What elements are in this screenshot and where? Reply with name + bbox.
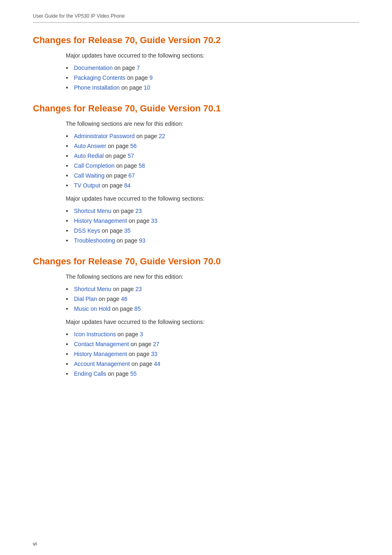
page-number-ref[interactable]: 33: [151, 351, 158, 357]
page-number-ref[interactable]: 44: [154, 361, 161, 367]
page-number-ref[interactable]: 57: [128, 153, 134, 159]
list-item: Troubleshooting on page 93: [66, 237, 359, 244]
page-ref-text: on page: [114, 65, 137, 71]
page-ref-text: on page: [105, 153, 128, 159]
section-701: Changes for Release 70, Guide Version 70…: [33, 103, 359, 244]
page-ref-text: on page: [113, 208, 136, 214]
page-number-ref[interactable]: 10: [144, 84, 150, 91]
page-number-ref[interactable]: 84: [124, 182, 131, 189]
page-ref-text: on page: [108, 370, 131, 377]
page-number-ref[interactable]: 67: [129, 172, 135, 179]
administrator-password-link[interactable]: Administrator Password: [74, 133, 135, 139]
page-number-ref[interactable]: 7: [137, 65, 140, 71]
section-701-new-list: Administrator Password on page 22 Auto A…: [66, 133, 359, 189]
page-number-ref[interactable]: 27: [153, 341, 159, 347]
list-item: History Management on page 33: [66, 351, 359, 357]
list-item: Auto Redial on page 57: [66, 153, 359, 159]
list-item: Shortcut Menu on page 23: [66, 286, 359, 292]
page-ref-text: on page: [106, 172, 129, 179]
shortcut-menu-link-700[interactable]: Shortcut Menu: [74, 286, 111, 292]
dial-plan-link[interactable]: Dial Plan: [74, 296, 97, 302]
list-item: Auto Answer on page 56: [66, 143, 359, 149]
shortcut-menu-link-701[interactable]: Shortcut Menu: [74, 208, 111, 214]
call-waiting-link[interactable]: Call Waiting: [74, 172, 104, 179]
section-701-major-intro: Major updates have occurred to the follo…: [66, 195, 359, 202]
header-bar: User Guide for the VP530 IP Video Phone: [33, 12, 359, 23]
list-item: Call Waiting on page 67: [66, 172, 359, 179]
auto-redial-link[interactable]: Auto Redial: [74, 153, 104, 159]
account-management-link[interactable]: Account Management: [74, 361, 130, 367]
page-ref-text: on page: [102, 182, 125, 189]
section-700: Changes for Release 70, Guide Version 70…: [33, 256, 359, 377]
page-ref-text: on page: [102, 227, 125, 234]
page-ref-text: on page: [127, 74, 150, 81]
section-701-title: Changes for Release 70, Guide Version 70…: [33, 103, 359, 114]
contact-management-link[interactable]: Contact Management: [74, 341, 129, 347]
page-ref-text: on page: [108, 143, 131, 149]
page-number-ref[interactable]: 9: [150, 74, 153, 81]
list-item: Music on Hold on page 85: [66, 305, 359, 312]
page-number-ref[interactable]: 23: [135, 208, 142, 214]
list-item: TV Output on page 84: [66, 182, 359, 189]
page-number: vi: [33, 541, 37, 547]
page-number-ref[interactable]: 22: [159, 133, 165, 139]
page-container: User Guide for the VP530 IP Video Phone …: [0, 0, 392, 555]
page-ref-text: on page: [117, 237, 139, 244]
page-ref-text: on page: [116, 162, 139, 169]
list-item: Contact Management on page 27: [66, 341, 359, 347]
call-completion-link[interactable]: Call Completion: [74, 162, 115, 169]
troubleshooting-link[interactable]: Troubleshooting: [74, 237, 115, 244]
dss-keys-link[interactable]: DSS Keys: [74, 227, 100, 234]
list-item: Dial Plan on page 46: [66, 296, 359, 302]
section-702-major-intro: Major updates have occurred to the follo…: [66, 52, 359, 59]
list-item: Ending Calls on page 55: [66, 370, 359, 377]
history-management-link-701[interactable]: History Management: [74, 217, 127, 224]
page-number-ref[interactable]: 56: [130, 143, 137, 149]
documentation-link[interactable]: Documentation: [74, 65, 113, 71]
page-ref-text: on page: [129, 217, 151, 224]
page-ref-text: on page: [112, 305, 135, 312]
page-number-ref[interactable]: 33: [151, 217, 158, 224]
section-700-new-intro: The following sections are new for this …: [66, 273, 359, 280]
page-number-ref[interactable]: 55: [130, 370, 137, 377]
music-on-hold-link[interactable]: Music on Hold: [74, 305, 111, 312]
page-number-ref[interactable]: 93: [139, 237, 145, 244]
icon-instructions-link[interactable]: Icon Instructions: [74, 331, 116, 338]
history-management-link-700[interactable]: History Management: [74, 351, 127, 357]
page-number-ref[interactable]: 23: [135, 286, 142, 292]
list-item: Icon Instructions on page 3: [66, 331, 359, 338]
page-number-ref[interactable]: 46: [121, 296, 127, 302]
list-item: Documentation on page 7: [66, 65, 359, 71]
page-ref-text: on page: [113, 286, 136, 292]
page-ref-text: on page: [129, 351, 151, 357]
section-701-new-intro: The following sections are new for this …: [66, 120, 359, 127]
page-number-ref[interactable]: 85: [134, 305, 141, 312]
page-number-ref[interactable]: 3: [140, 331, 143, 338]
page-ref-text: on page: [99, 296, 121, 302]
section-700-major-list: Icon Instructions on page 3 Contact Mana…: [66, 331, 359, 377]
header-text: User Guide for the VP530 IP Video Phone: [33, 13, 125, 19]
page-ref-text: on page: [118, 331, 140, 338]
list-item: DSS Keys on page 35: [66, 227, 359, 234]
phone-installation-link[interactable]: Phone Installation: [74, 84, 120, 91]
section-700-new-list: Shortcut Menu on page 23 Dial Plan on pa…: [66, 286, 359, 312]
page-number-ref[interactable]: 35: [124, 227, 131, 234]
list-item: Call Completion on page 58: [66, 162, 359, 169]
ending-calls-link[interactable]: Ending Calls: [74, 370, 106, 377]
page-ref-text: on page: [131, 341, 153, 347]
page-number-ref[interactable]: 58: [138, 162, 145, 169]
page-ref-text: on page: [131, 361, 154, 367]
auto-answer-link[interactable]: Auto Answer: [74, 143, 106, 149]
tv-output-link[interactable]: TV Output: [74, 182, 100, 189]
section-700-title: Changes for Release 70, Guide Version 70…: [33, 256, 359, 267]
packaging-contents-link[interactable]: Packaging Contents: [74, 74, 125, 81]
list-item: Phone Installation on page 10: [66, 84, 359, 91]
page-ref-text: on page: [121, 84, 144, 91]
page-ref-text: on page: [136, 133, 159, 139]
list-item: History Management on page 33: [66, 217, 359, 224]
section-702: Changes for Release 70, Guide Version 70…: [33, 35, 359, 91]
section-700-major-intro: Major updates have occurred to the follo…: [66, 319, 359, 325]
list-item: Shortcut Menu on page 23: [66, 208, 359, 214]
list-item: Account Management on page 44: [66, 361, 359, 367]
section-702-major-list: Documentation on page 7 Packaging Conten…: [66, 65, 359, 91]
